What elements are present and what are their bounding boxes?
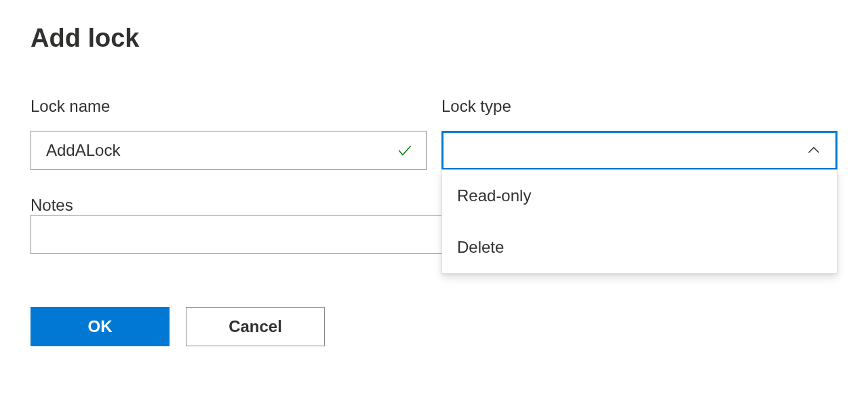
lock-type-dropdown: Read-only Delete xyxy=(441,169,837,274)
lock-type-label: Lock type xyxy=(441,97,837,116)
lock-name-input[interactable] xyxy=(31,131,427,170)
page-title: Add lock xyxy=(31,24,837,53)
lock-name-field-group: Lock name xyxy=(31,97,427,170)
notes-label: Notes xyxy=(31,196,73,214)
lock-name-label: Lock name xyxy=(31,97,427,116)
lock-type-select[interactable] xyxy=(441,131,837,170)
ok-button[interactable]: OK xyxy=(31,307,170,346)
lock-type-option-delete[interactable]: Delete xyxy=(442,222,837,273)
cancel-button[interactable]: Cancel xyxy=(186,307,325,346)
checkmark-icon xyxy=(395,141,414,160)
lock-type-field-group: Lock type Read-only Delete xyxy=(441,97,837,170)
lock-type-option-read-only[interactable]: Read-only xyxy=(442,170,837,222)
chevron-up-icon xyxy=(804,141,823,160)
